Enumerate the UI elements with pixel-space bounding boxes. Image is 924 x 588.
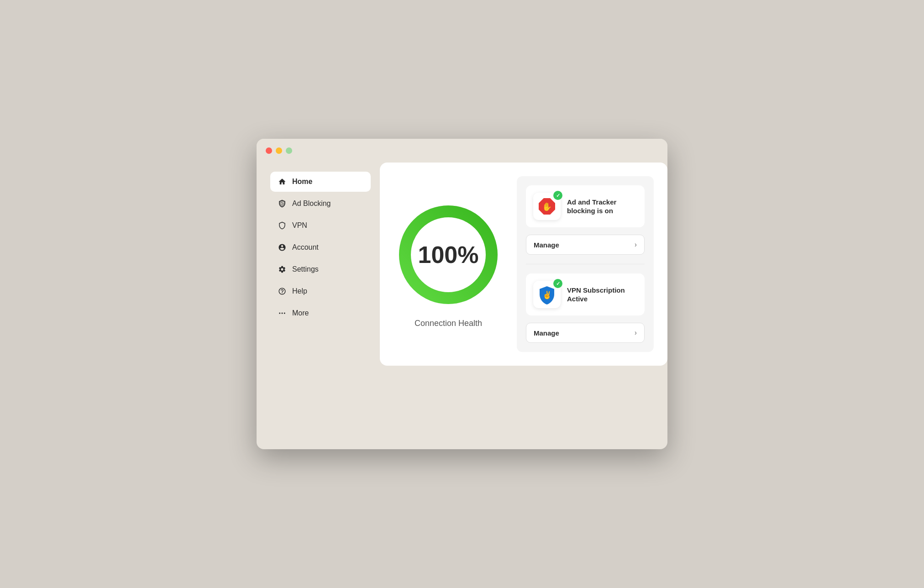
vpn-card: ✌️ ✓ VPN Subscription Active <box>526 273 645 315</box>
app-window: Home Ad Blocking VPN <box>257 139 667 449</box>
sidebar-item-help[interactable]: Help <box>270 281 371 301</box>
svg-point-1 <box>282 313 283 314</box>
health-percentage: 100% <box>418 241 479 268</box>
ad-tracker-manage-label: Manage <box>534 241 559 249</box>
svg-text:✋: ✋ <box>542 202 552 212</box>
titlebar <box>257 139 667 163</box>
ellipsis-icon <box>278 309 287 318</box>
svg-point-0 <box>279 313 280 314</box>
main-content: 100% Connection Health ✋ <box>380 163 667 366</box>
stop-sign-svg: ✋ <box>537 196 557 216</box>
sidebar-item-more[interactable]: More <box>270 303 371 323</box>
question-icon <box>278 287 287 296</box>
sidebar-item-vpn[interactable]: VPN <box>270 215 371 236</box>
gear-icon <box>278 265 287 274</box>
sidebar-item-more-label: More <box>292 309 309 317</box>
vpn-icon-wrap: ✌️ ✓ <box>533 281 561 308</box>
close-button[interactable] <box>266 147 272 154</box>
sidebar-item-home-label: Home <box>292 178 312 186</box>
health-label: Connection Health <box>415 319 482 328</box>
sidebar-item-home[interactable]: Home <box>270 172 371 192</box>
vpn-check-badge: ✓ <box>553 279 562 288</box>
sidebar: Home Ad Blocking VPN <box>270 163 371 366</box>
sidebar-item-settings-label: Settings <box>292 265 319 273</box>
sidebar-item-ad-blocking[interactable]: Ad Blocking <box>270 194 371 214</box>
person-circle-icon <box>278 243 287 252</box>
sidebar-item-vpn-label: VPN <box>292 221 307 230</box>
ad-tracker-card: ✋ ✓ Ad and Tracker blocking is on <box>526 185 645 227</box>
health-panel: 100% Connection Health <box>394 176 503 352</box>
chevron-right-icon: › <box>635 241 637 249</box>
vpn-status-text: VPN Subscription Active <box>567 286 637 304</box>
section-divider <box>526 264 645 264</box>
sidebar-item-ad-blocking-label: Ad Blocking <box>292 200 331 208</box>
sidebar-item-account-label: Account <box>292 243 319 252</box>
ad-tracker-manage-button[interactable]: Manage › <box>526 235 645 255</box>
maximize-button[interactable] <box>286 147 292 154</box>
vpn-manage-button[interactable]: Manage › <box>526 323 645 343</box>
shield-x-icon <box>278 199 287 208</box>
svg-text:✌️: ✌️ <box>542 290 552 300</box>
vpn-chevron-right-icon: › <box>635 329 637 337</box>
shield-icon <box>278 221 287 230</box>
sidebar-item-settings[interactable]: Settings <box>270 259 371 279</box>
donut-chart: 100% <box>394 200 503 310</box>
home-icon <box>278 177 287 186</box>
svg-point-2 <box>284 313 285 314</box>
sidebar-item-account[interactable]: Account <box>270 237 371 257</box>
ad-tracker-status-text: Ad and Tracker blocking is on <box>567 198 637 215</box>
status-panel: ✋ ✓ Ad and Tracker blocking is on Manage… <box>517 176 654 352</box>
vpn-svg: ✌️ <box>537 284 557 304</box>
app-body: Home Ad Blocking VPN <box>257 163 667 379</box>
ad-tracker-icon-wrap: ✋ ✓ <box>533 193 561 220</box>
ad-tracker-check-badge: ✓ <box>553 191 562 200</box>
sidebar-item-help-label: Help <box>292 287 307 295</box>
vpn-manage-label: Manage <box>534 329 559 337</box>
minimize-button[interactable] <box>276 147 282 154</box>
